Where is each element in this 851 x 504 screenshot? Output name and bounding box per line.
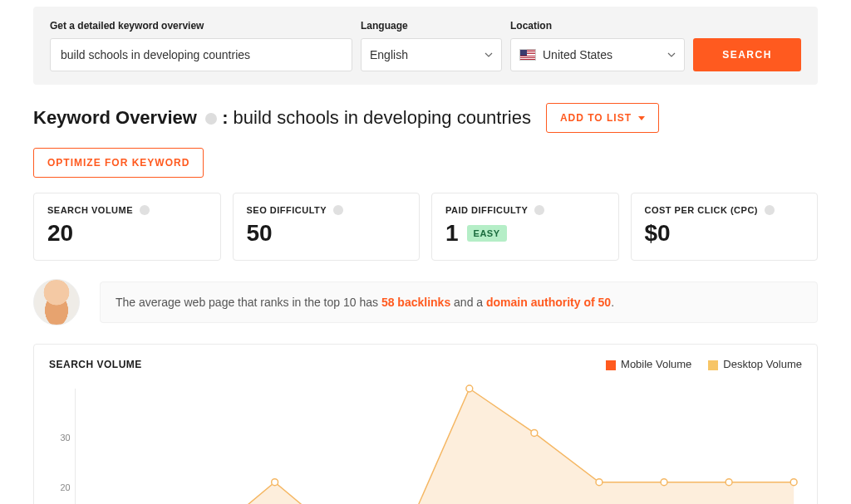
- search-panel: Get a detailed keyword overview Language…: [33, 7, 818, 85]
- seo-difficulty-value: 50: [247, 220, 406, 247]
- metrics-row: SEARCH VOLUME 20 SEO DIFFICULTY 50 PAID …: [33, 193, 818, 261]
- svg-text:20: 20: [61, 482, 71, 492]
- info-icon[interactable]: [140, 205, 150, 215]
- chart-legend: Mobile Volume Desktop Volume: [606, 358, 802, 370]
- insight-text: The average web page that ranks in the t…: [100, 281, 818, 323]
- seo-difficulty-card: SEO DIFFICULTY 50: [233, 193, 421, 261]
- svg-text:30: 30: [61, 433, 71, 443]
- location-value: United States: [543, 48, 612, 61]
- chevron-down-icon: [667, 51, 676, 59]
- search-button[interactable]: SEARCH: [693, 38, 801, 71]
- difficulty-badge: EASY: [467, 225, 507, 242]
- language-value: English: [370, 48, 408, 61]
- cpc-card: COST PER CLICK (CPC) $0: [631, 193, 819, 261]
- keyword-label: Get a detailed keyword overview: [50, 20, 352, 32]
- info-icon[interactable]: [205, 113, 217, 125]
- search-volume-value: 20: [47, 220, 207, 247]
- info-icon[interactable]: [333, 205, 343, 215]
- svg-point-13: [596, 479, 603, 486]
- cpc-value: $0: [645, 220, 804, 247]
- optimize-button[interactable]: OPTIMIZE FOR KEYWORD: [33, 148, 204, 178]
- search-volume-card: SEARCH VOLUME 20: [33, 193, 221, 261]
- chart-title: SEARCH VOLUME: [49, 359, 142, 370]
- language-label: Language: [361, 20, 502, 32]
- svg-point-12: [531, 429, 538, 436]
- svg-point-11: [466, 385, 473, 392]
- svg-point-15: [726, 479, 732, 486]
- chevron-down-icon: [638, 116, 645, 120]
- legend-desktop[interactable]: Desktop Volume: [708, 358, 802, 370]
- avatar: [33, 279, 80, 325]
- legend-mobile[interactable]: Mobile Volume: [606, 358, 691, 370]
- svg-point-8: [272, 479, 278, 486]
- chart-plot: 102030JUL 2021AUG 2021SEP 2021OCT 2021NO…: [49, 377, 802, 504]
- location-select[interactable]: United States: [510, 38, 685, 71]
- title-bar: Keyword Overview : build schools in deve…: [33, 103, 818, 178]
- page-title: Keyword Overview : build schools in deve…: [33, 107, 531, 129]
- info-icon[interactable]: [534, 205, 544, 215]
- info-icon[interactable]: [765, 205, 775, 215]
- paid-difficulty-value: 1 EASY: [445, 220, 605, 247]
- language-select[interactable]: English: [361, 38, 502, 71]
- paid-difficulty-card: PAID DIFFICULTY 1 EASY: [431, 193, 619, 261]
- us-flag-icon: [519, 49, 536, 61]
- svg-point-14: [661, 479, 667, 486]
- svg-point-16: [790, 479, 797, 486]
- keyword-input[interactable]: build schools in developing countries: [50, 38, 352, 71]
- chevron-down-icon: [485, 51, 493, 59]
- insight-row: The average web page that ranks in the t…: [33, 279, 818, 325]
- add-to-list-button[interactable]: ADD TO LIST: [546, 103, 659, 133]
- location-label: Location: [510, 20, 685, 32]
- search-volume-chart-card: SEARCH VOLUME Mobile Volume Desktop Volu…: [33, 344, 818, 504]
